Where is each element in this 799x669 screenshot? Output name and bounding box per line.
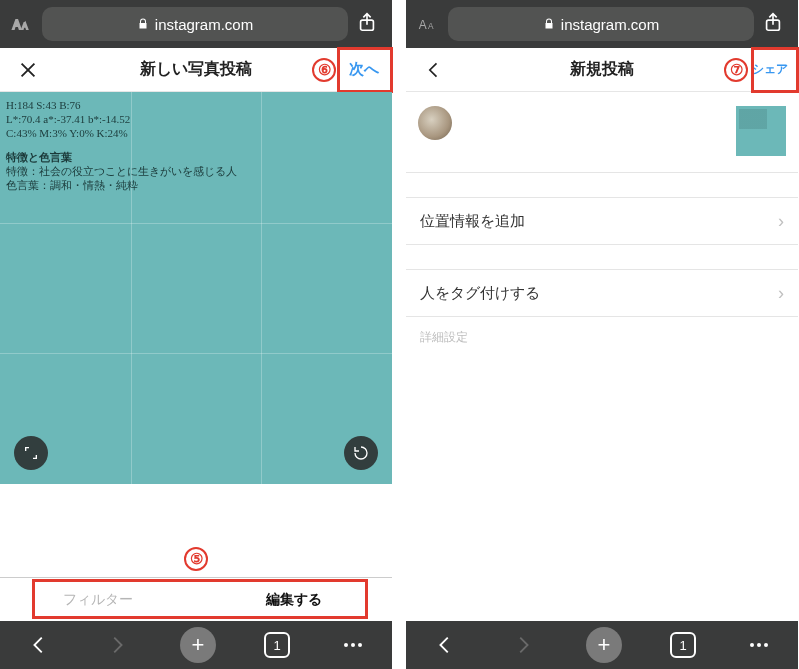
svg-point-10: [757, 643, 761, 647]
svg-point-11: [764, 643, 768, 647]
back-button[interactable]: [406, 60, 462, 80]
advanced-settings[interactable]: 詳細設定: [406, 317, 798, 358]
annotation-badge-6: ⑥: [312, 58, 336, 82]
safari-bottom-bar: + 1: [0, 621, 392, 669]
expand-button[interactable]: [14, 436, 48, 470]
caption-input[interactable]: [462, 106, 726, 146]
forward-button: [508, 630, 538, 660]
tab-edit[interactable]: 編集する: [196, 578, 392, 621]
menu-label: 位置情報を追加: [420, 212, 525, 231]
menu-tag-people[interactable]: 人をタグ付けする ›: [406, 269, 798, 317]
safari-top-bar: AA instagram.com: [406, 0, 798, 48]
tabs-button[interactable]: 1: [264, 632, 290, 658]
annotation-badge-7: ⑦: [724, 58, 748, 82]
url-text: instagram.com: [561, 16, 659, 33]
url-bar[interactable]: instagram.com: [42, 7, 348, 41]
plus-icon: +: [598, 632, 611, 658]
annotation-badge-5: ⑤: [184, 547, 208, 571]
svg-text:A: A: [13, 18, 21, 32]
more-button[interactable]: [744, 630, 774, 660]
header-title: 新規投稿: [462, 59, 742, 80]
svg-text:A: A: [428, 22, 434, 31]
tab-filter[interactable]: フィルター: [0, 578, 196, 621]
chevron-right-icon: ›: [778, 283, 784, 304]
url-text: instagram.com: [155, 16, 253, 33]
url-bar[interactable]: instagram.com: [448, 7, 754, 41]
photo-preview: H:184 S:43 B:76 L*:70.4 a*:-37.41 b*:-14…: [0, 92, 392, 484]
svg-point-5: [358, 643, 362, 647]
safari-bottom-bar: + 1: [406, 621, 798, 669]
back-button[interactable]: [24, 630, 54, 660]
safari-top-bar: AA instagram.com: [0, 0, 392, 48]
rotate-icon: [353, 445, 369, 461]
ellipsis-icon: [342, 641, 364, 649]
post-thumbnail[interactable]: [736, 106, 786, 156]
text-size-icon[interactable]: AA: [10, 12, 34, 36]
new-tab-button[interactable]: +: [180, 627, 216, 663]
share-icon[interactable]: [762, 11, 788, 37]
avatar: [418, 106, 452, 140]
svg-point-3: [344, 643, 348, 647]
rotate-button[interactable]: [344, 436, 378, 470]
preview-overlay-text: H:184 S:43 B:76 L*:70.4 a*:-37.41 b*:-14…: [6, 98, 237, 192]
new-tab-button[interactable]: +: [586, 627, 622, 663]
svg-text:A: A: [22, 22, 28, 31]
caption-row: [406, 92, 798, 172]
tabs-button[interactable]: 1: [670, 632, 696, 658]
next-button[interactable]: 次へ: [343, 56, 385, 83]
close-button[interactable]: [0, 59, 56, 81]
ig-header-right: 新規投稿 シェア ⑦: [406, 48, 798, 92]
svg-point-4: [351, 643, 355, 647]
left-spacer: ⑤: [0, 484, 392, 577]
share-button[interactable]: シェア: [746, 59, 794, 80]
more-button[interactable]: [338, 630, 368, 660]
arrow-right-icon: [512, 634, 534, 656]
lock-icon: [137, 18, 149, 30]
ig-header-left: 新しい写真投稿 次へ ⑥: [0, 48, 392, 92]
text-size-icon[interactable]: AA: [416, 12, 440, 36]
svg-point-9: [750, 643, 754, 647]
share-icon[interactable]: [356, 11, 382, 37]
arrow-left-icon: [434, 634, 456, 656]
edit-tabs: フィルター 編集する: [0, 577, 392, 621]
arrow-right-icon: [106, 634, 128, 656]
chevron-right-icon: ›: [778, 211, 784, 232]
phone-left: AA instagram.com 新しい写真投稿 次へ ⑥ H:184 S:43…: [0, 0, 392, 669]
header-title: 新しい写真投稿: [56, 59, 336, 80]
expand-icon: [23, 445, 39, 461]
ellipsis-icon: [748, 641, 770, 649]
back-button[interactable]: [430, 630, 460, 660]
lock-icon: [543, 18, 555, 30]
menu-add-location[interactable]: 位置情報を追加 ›: [406, 197, 798, 245]
forward-button: [102, 630, 132, 660]
menu-label: 人をタグ付けする: [420, 284, 540, 303]
phone-right: AA instagram.com 新規投稿 シェア ⑦ 位置情報を追加: [406, 0, 798, 669]
svg-text:A: A: [419, 18, 427, 32]
plus-icon: +: [192, 632, 205, 658]
arrow-left-icon: [28, 634, 50, 656]
chevron-left-icon: [424, 60, 444, 80]
close-icon: [17, 59, 39, 81]
